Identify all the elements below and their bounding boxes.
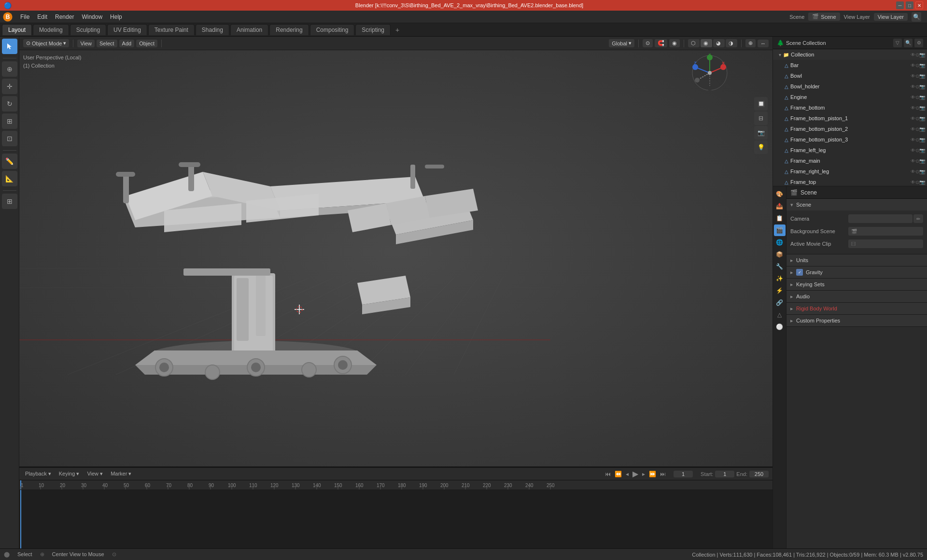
prop-tab-scene[interactable]: 🎬: [774, 224, 786, 236]
next-keyframe-btn[interactable]: ▸: [642, 471, 645, 477]
render-icon[interactable]: 📷: [919, 169, 925, 174]
collection-eye-icon[interactable]: 👁: [911, 52, 915, 57]
tool-rotate[interactable]: ↻: [2, 96, 17, 112]
minimize-button[interactable]: ─: [896, 1, 904, 9]
eye-icon[interactable]: 👁: [911, 158, 915, 164]
solid-mode[interactable]: ◉: [701, 39, 712, 47]
material-mode[interactable]: ◕: [713, 39, 725, 47]
outliner-item-engine[interactable]: △ Engine 👁 ⊙ 📷: [773, 92, 927, 102]
prop-tab-world[interactable]: 🌐: [774, 237, 786, 248]
menu-file[interactable]: File: [16, 13, 33, 21]
outliner-item-frame-top[interactable]: △ Frame_top 👁 ⊙ 📷: [773, 177, 927, 186]
section-units-header[interactable]: ▸ Units: [787, 254, 927, 266]
render-icon[interactable]: 📷: [919, 84, 925, 89]
cursor-icon[interactable]: ⊙: [915, 148, 919, 153]
collection-render-icon[interactable]: 📷: [919, 52, 925, 57]
menu-render[interactable]: Render: [51, 13, 78, 21]
prop-tab-render[interactable]: 🎨: [774, 188, 786, 200]
eye-icon[interactable]: 👁: [911, 95, 915, 100]
marker-menu[interactable]: Marker ▾: [109, 470, 133, 478]
current-frame-display[interactable]: 1: [674, 471, 693, 477]
tab-uv-editing[interactable]: UV Editing: [107, 24, 147, 35]
eye-icon[interactable]: 👁: [911, 169, 915, 174]
active-movie-clip-value[interactable]: 🎞: [848, 239, 923, 248]
prop-tab-material[interactable]: ⚪: [774, 321, 786, 333]
tool-scale[interactable]: ⊞: [2, 113, 17, 129]
tab-rendering[interactable]: Rendering: [269, 24, 309, 35]
scene-selector[interactable]: 🎬Scene: [808, 13, 840, 21]
outliner-item-frame-bottom-piston-2[interactable]: △ Frame_bottom_piston_2 👁 ⊙ 📷: [773, 124, 927, 134]
snap-toggle[interactable]: 🧲: [655, 39, 667, 47]
render-icon[interactable]: 📷: [919, 73, 925, 79]
render-icon[interactable]: 📷: [919, 180, 925, 185]
play-end-btn[interactable]: ⏭: [660, 471, 666, 477]
render-mode[interactable]: ◑: [726, 39, 737, 47]
prop-tab-object-data[interactable]: △: [774, 309, 786, 321]
play-btn[interactable]: ▶: [632, 469, 638, 478]
prop-tab-view-layer[interactable]: 📋: [774, 212, 786, 224]
eye-icon[interactable]: 👁: [911, 116, 915, 121]
timeline-content[interactable]: [19, 490, 772, 548]
pivot-point[interactable]: ⊙: [643, 39, 653, 47]
cursor-icon[interactable]: ⊙: [915, 95, 919, 100]
render-icon[interactable]: 📷: [919, 63, 925, 68]
cursor-icon[interactable]: ⊙: [915, 126, 919, 132]
camera-edit-btn[interactable]: ✏: [913, 214, 923, 223]
section-scene-header[interactable]: ▾ Scene: [787, 199, 927, 210]
outliner-item-frame-bottom-piston-1[interactable]: △ Frame_bottom_piston_1 👁 ⊙ 📷: [773, 113, 927, 124]
section-audio-header[interactable]: ▸ Audio: [787, 291, 927, 302]
view-menu-timeline[interactable]: View ▾: [85, 470, 105, 478]
outliner-item-bar[interactable]: △ Bar 👁 ⊙ 📷: [773, 60, 927, 70]
playback-menu[interactable]: Playback ▾: [23, 470, 53, 478]
tab-animation[interactable]: Animation: [230, 24, 268, 35]
keying-menu[interactable]: Keying ▾: [57, 470, 82, 478]
tool-select[interactable]: [2, 39, 17, 54]
cursor-icon[interactable]: ⊙: [915, 116, 919, 121]
navigation-gizmo[interactable]: X Y Z: [690, 54, 729, 92]
outliner-item-frame-main[interactable]: △ Frame_main 👁 ⊙ 📷: [773, 155, 927, 166]
render-icon[interactable]: 📷: [919, 148, 925, 153]
cursor-icon[interactable]: ⊙: [915, 63, 919, 68]
eye-icon[interactable]: 👁: [911, 73, 915, 79]
zoom-extent-button[interactable]: 🔲: [754, 97, 768, 111]
prop-tab-particles[interactable]: ✨: [774, 273, 786, 284]
section-keying-sets-header[interactable]: ▸ Keying Sets: [787, 279, 927, 290]
render-icon[interactable]: 📷: [919, 95, 925, 100]
select-menu[interactable]: Select: [97, 40, 117, 47]
outliner-item-collection[interactable]: ▾ 📁 Collection 👁 ⊙ 📷: [773, 49, 927, 60]
cursor-icon[interactable]: ⊙: [915, 169, 919, 174]
outliner-search-btn[interactable]: 🔍: [904, 39, 913, 47]
tool-move[interactable]: ✛: [2, 79, 17, 94]
next-frame-btn[interactable]: ⏩: [649, 471, 656, 477]
eye-icon[interactable]: 👁: [911, 126, 915, 132]
prop-tab-physics[interactable]: ⚡: [774, 285, 786, 296]
prev-frame-btn[interactable]: ⏪: [615, 471, 622, 477]
render-icon[interactable]: 📷: [919, 158, 925, 164]
render-icon[interactable]: 📷: [919, 137, 925, 142]
3d-viewport-scene[interactable]: [19, 37, 772, 466]
gravity-checkbox[interactable]: ✓: [796, 269, 803, 276]
render-icon[interactable]: 📷: [919, 126, 925, 132]
outliner-filter-btn[interactable]: ▽: [893, 39, 902, 47]
outliner-item-bowl-holder[interactable]: △ Bowl_holder 👁 ⊙ 📷: [773, 81, 927, 92]
menu-edit[interactable]: Edit: [33, 13, 51, 21]
section-gravity-header[interactable]: ▸ ✓ Gravity: [787, 266, 927, 278]
spotlight-button[interactable]: 💡: [754, 140, 768, 154]
prop-tab-modifier[interactable]: 🔧: [774, 261, 786, 272]
tab-sculpting[interactable]: Sculpting: [70, 24, 106, 35]
tab-shading[interactable]: Shading: [196, 24, 229, 35]
tab-compositing[interactable]: Compositing: [310, 24, 355, 35]
eye-icon[interactable]: 👁: [911, 63, 915, 68]
end-frame-display[interactable]: 250: [749, 471, 769, 477]
object-menu[interactable]: Object: [136, 40, 157, 47]
outliner-item-frame-bottom-piston-3[interactable]: △ Frame_bottom_piston_3 👁 ⊙ 📷: [773, 134, 927, 145]
add-menu[interactable]: Add: [119, 40, 135, 47]
tool-transform[interactable]: ⊡: [2, 131, 17, 146]
menu-help[interactable]: Help: [106, 13, 126, 21]
proportional-edit[interactable]: ◉: [669, 39, 680, 47]
start-frame-display[interactable]: 1: [715, 471, 734, 477]
view-menu[interactable]: View: [77, 40, 95, 47]
play-begin-btn[interactable]: ⏮: [605, 471, 611, 477]
global-selector[interactable]: Global▾: [609, 39, 634, 47]
cursor-icon[interactable]: ⊙: [915, 158, 919, 164]
